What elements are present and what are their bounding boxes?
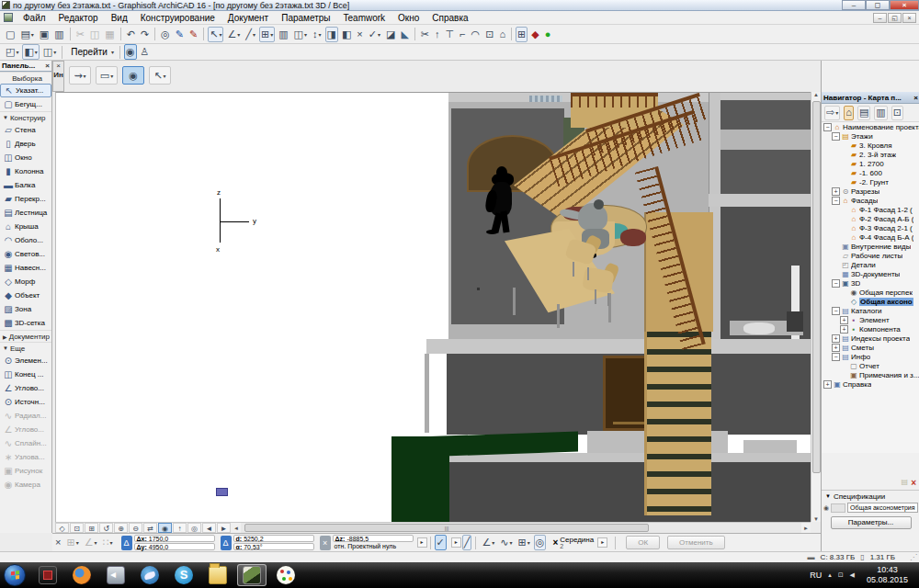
- taskbar-clock[interactable]: 10:43 05.08.2015: [861, 565, 913, 585]
- tree-item[interactable]: ▱Рабочие листы: [822, 251, 919, 260]
- tree-expander-icon[interactable]: −: [823, 123, 832, 131]
- start-button[interactable]: [4, 564, 26, 586]
- new-document-icon[interactable]: ▢: [4, 27, 17, 42]
- angle-field[interactable]: α: 70,53°: [233, 543, 314, 550]
- tree-item[interactable]: ▰1. 2700: [822, 159, 919, 168]
- navigator-close-icon[interactable]: ×: [913, 94, 918, 102]
- landing-railing[interactable]: [571, 93, 658, 107]
- tree-item[interactable]: −▣3D: [822, 278, 919, 288]
- previous-zoom-icon[interactable]: ◄: [202, 523, 216, 533]
- tool-slab[interactable]: ▰Перекр...: [0, 192, 51, 206]
- tool-figure[interactable]: ▣Рисунок: [0, 464, 51, 478]
- delta-z-icon[interactable]: ×: [320, 536, 331, 550]
- tree-item[interactable]: ▰2. 3-й этаж: [822, 150, 919, 159]
- ungroup-icon[interactable]: ×: [355, 27, 364, 42]
- delta-xy-icon[interactable]: Δ: [121, 536, 132, 550]
- firefox-icon[interactable]: [67, 564, 96, 586]
- eco-icon[interactable]: ◣: [399, 27, 410, 42]
- select-mode-icon[interactable]: ↖▾: [149, 66, 171, 85]
- snap-angle-icon[interactable]: ∠▾: [480, 535, 496, 550]
- thunderbird-icon[interactable]: [135, 564, 165, 586]
- basement-wall[interactable]: [448, 462, 811, 522]
- kitchen-window-band[interactable]: [720, 130, 811, 150]
- tree-item[interactable]: ▰-1. 600: [822, 168, 919, 177]
- quick-layers-icon[interactable]: ◨: [325, 27, 338, 42]
- menu-item[interactable]: Конструирование: [134, 11, 221, 25]
- paint-icon[interactable]: [271, 564, 301, 586]
- volume-app-icon[interactable]: [101, 564, 130, 586]
- print-icon[interactable]: ▥: [52, 27, 65, 42]
- tree-expander-icon[interactable]: −: [832, 279, 840, 288]
- snap-frame-icon[interactable]: ⊞▾: [516, 535, 532, 550]
- resize-grip[interactable]: ⋰: [910, 553, 917, 561]
- tree-item[interactable]: −▤Инфо: [822, 352, 919, 361]
- volume-icon[interactable]: ◀: [850, 571, 855, 579]
- tool-beam[interactable]: ▬Балка: [0, 178, 51, 192]
- tool-column[interactable]: ▮Колонна: [0, 164, 51, 178]
- menu-item[interactable]: Редактор: [52, 11, 105, 25]
- snap-flyout-button[interactable]: ▸: [597, 537, 607, 548]
- menu-item[interactable]: Окно: [391, 11, 425, 25]
- section-more[interactable]: ▼Еще: [0, 342, 51, 354]
- magic-wand-icon[interactable]: ✓▾: [367, 27, 382, 42]
- guideline-icon[interactable]: ╱▾: [244, 27, 257, 42]
- redo-icon[interactable]: ↷: [139, 27, 151, 42]
- child-restore-button[interactable]: ◱: [888, 13, 902, 23]
- child-minimize-button[interactable]: –: [873, 13, 887, 23]
- snap-curve-icon[interactable]: ∿▾: [498, 535, 514, 550]
- offset-icon[interactable]: ⊡: [483, 27, 495, 42]
- tree-item[interactable]: +▤Индексы проекта: [822, 334, 919, 343]
- toolbox-header[interactable]: Панель... ×: [0, 61, 51, 72]
- close-button[interactable]: ×: [890, 0, 919, 10]
- tree-item[interactable]: ▦3D-документы: [822, 269, 919, 278]
- scroll-zoom-icon[interactable]: ⊞: [85, 523, 98, 533]
- scroll-down-icon[interactable]: ▼: [813, 516, 819, 522]
- child-close-button[interactable]: ×: [902, 13, 916, 23]
- tree-expander-icon[interactable]: +: [823, 380, 832, 389]
- vertical-scrollbar[interactable]: ▲ ▼: [811, 92, 821, 522]
- section-design[interactable]: ▼Конструир: [0, 111, 51, 123]
- shadow-icon[interactable]: ◪: [384, 27, 397, 42]
- tabbed-layout-icon[interactable]: ◰▾: [4, 44, 20, 60]
- project-map-icon[interactable]: ⌂: [844, 106, 854, 120]
- tool-angle-dimension[interactable]: ∠Углово...: [0, 423, 51, 436]
- ok-button[interactable]: ОК: [626, 536, 660, 549]
- zoom-in-icon[interactable]: ⊕: [114, 523, 128, 533]
- tree-item[interactable]: +▪Компонента: [822, 324, 919, 334]
- structure-display-icon[interactable]: ▥: [277, 27, 289, 42]
- tree-item[interactable]: −▤Этажи: [822, 131, 919, 141]
- tree-expander-icon[interactable]: +: [840, 316, 848, 324]
- appliance[interactable]: [787, 311, 803, 332]
- tool-corner-window[interactable]: ∠Углово...: [0, 381, 51, 395]
- tool-radial-dimension[interactable]: ∿Радиал...: [0, 409, 51, 423]
- tool-marquee[interactable]: ▢Бегущ...: [0, 97, 51, 111]
- snap-flyout-icon[interactable]: ▸: [451, 537, 461, 548]
- tree-item[interactable]: ◇Общая аксоно: [822, 297, 919, 306]
- tree-item[interactable]: +▪Элемент: [822, 315, 919, 324]
- arrow-tool-icon[interactable]: ↖▾: [208, 27, 223, 42]
- camera-view-icon[interactable]: ●: [543, 27, 553, 42]
- show-hidden-icons[interactable]: ▴: [828, 571, 832, 579]
- pickup-parameters-icon[interactable]: ✎: [174, 27, 186, 42]
- tree-expander-icon[interactable]: +: [840, 325, 848, 334]
- snap-grid-icon[interactable]: ⊞▾: [259, 27, 275, 42]
- tool-roof[interactable]: ⌂Крыша: [0, 220, 51, 233]
- horizontal-scrollbar[interactable]: |||: [241, 523, 801, 533]
- menu-item[interactable]: Документ: [221, 11, 275, 25]
- orbit-mode-icon[interactable]: ◉: [122, 66, 144, 85]
- fly-mode-icon[interactable]: ⇝▾: [69, 66, 91, 85]
- navigator-preview-icon[interactable]: ◧▾: [22, 44, 39, 60]
- undo-icon[interactable]: ↶: [125, 27, 137, 42]
- story-chooser-icon[interactable]: ◫▾: [41, 44, 58, 60]
- delta-x-field[interactable]: Δx: 1750,0: [134, 535, 215, 542]
- tool-morph[interactable]: ◇Морф: [0, 275, 51, 288]
- axon-view-icon[interactable]: ◇: [55, 523, 69, 533]
- distance-angle-icon[interactable]: Δ: [221, 536, 232, 550]
- floppy-app-icon[interactable]: [33, 564, 62, 586]
- tree-expander-icon[interactable]: +: [832, 187, 840, 196]
- navigation-mode-icon[interactable]: ◉: [158, 523, 172, 533]
- maximize-button[interactable]: ◻: [866, 0, 890, 10]
- tree-item[interactable]: ⌂Ф-3 Фасад 2-1 (: [822, 223, 919, 232]
- tool-hotspot[interactable]: ∗Узлова...: [0, 450, 51, 464]
- skype-icon[interactable]: [169, 564, 199, 586]
